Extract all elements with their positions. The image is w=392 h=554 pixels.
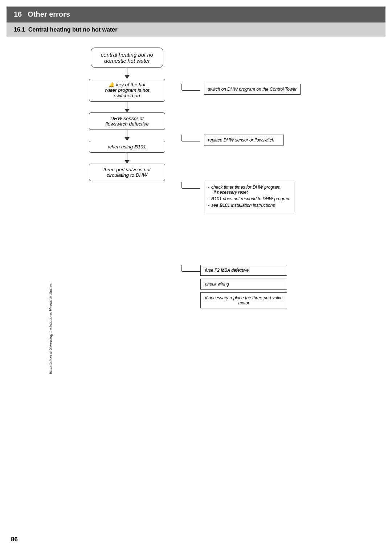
main-flow-column: central heating but nodomestic hot water… (73, 44, 181, 181)
node1-box: 🔔-key of the hotwater program is notswit… (89, 79, 165, 102)
note2-row: replace DHW sensor or flowswitch (181, 135, 319, 145)
section-title: Other errors (28, 10, 70, 19)
section-number: 16 (14, 10, 22, 19)
arrow-1 (127, 68, 127, 79)
flowchart-area: central heating but nodomestic hot water… (7, 37, 385, 316)
note3-box: - check timer times for DHW program, if … (204, 182, 294, 212)
right-notes-column: switch on DHW program on the Control Tow… (181, 48, 319, 308)
note1-row: switch on DHW program on the Control Tow… (181, 84, 319, 95)
note4-box1: fuse F2 MBA defective (200, 265, 287, 276)
node4-box: three-port valve is notcirculating to DH… (89, 164, 165, 181)
note3-item1: - check timer times for DHW program, if … (208, 185, 290, 195)
note4-box3: if necessary replace the three-port valv… (200, 292, 287, 308)
note3-item2: - B101 does not respond to DHW program (208, 196, 290, 201)
note1-box: switch on DHW program on the Control Tow… (204, 84, 301, 95)
note3-item3: - see B101 installation instructions (208, 203, 290, 208)
sidebar-text: Installation & Servicing Instructions Ri… (48, 283, 53, 374)
note4-box2: check wiring (200, 279, 287, 290)
subsection-header: 16.1 Central heating but no hot water (7, 22, 385, 37)
node2-box: DHW sensor offlowswitch defective (89, 112, 165, 130)
note2-box: replace DHW sensor or flowswitch (204, 135, 284, 145)
page-number: 86 (11, 536, 18, 543)
arrow-2 (124, 102, 130, 112)
start-node: central heating but nodomestic hot water (91, 48, 163, 68)
note4-row1: fuse F2 MBA defective check wiring if ne… (181, 265, 319, 308)
subsection-title: 16.1 Central heating but no hot water (14, 26, 117, 33)
section-header: 16 Other errors (7, 7, 385, 22)
arrow-3 (124, 130, 130, 141)
arrow-4 (124, 153, 130, 164)
node3-box: when using B101 (89, 141, 165, 153)
note3-row: - check timer times for DHW program, if … (181, 182, 319, 212)
